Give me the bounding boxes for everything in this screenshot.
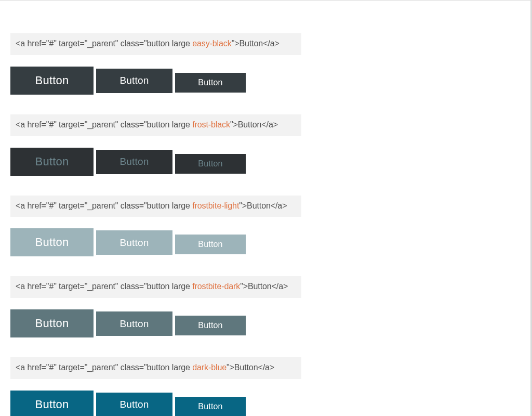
button-label: Button <box>35 398 69 411</box>
button-row-frostbite-light: Button Button Button <box>10 228 301 256</box>
button-label: Button <box>198 240 222 249</box>
button-large-easy-black[interactable]: Button <box>10 67 94 95</box>
content-area: <a href="#" target="_parent" class="butt… <box>0 1 312 416</box>
button-small-frostbite-light[interactable]: Button <box>175 235 246 254</box>
button-medium-frostbite-light[interactable]: Button <box>96 230 172 255</box>
code-prefix: <a href="#" target="_parent" class="butt… <box>16 282 192 291</box>
button-label: Button <box>35 236 69 249</box>
code-prefix: <a href="#" target="_parent" class="butt… <box>16 363 192 372</box>
code-class-name: frostbite-light <box>192 201 239 210</box>
code-snippet-dark-blue: <a href="#" target="_parent" class="butt… <box>10 357 301 379</box>
button-medium-easy-black[interactable]: Button <box>96 69 172 93</box>
button-label: Button <box>35 155 69 168</box>
button-label: Button <box>119 318 149 330</box>
code-class-name: frost-black <box>192 120 230 129</box>
button-label: Button <box>119 156 149 167</box>
code-suffix: ">Button</a> <box>239 201 287 210</box>
button-row-dark-blue: Button Button Button <box>10 391 301 416</box>
button-label: Button <box>119 237 149 249</box>
code-prefix: <a href="#" target="_parent" class="butt… <box>16 201 192 210</box>
code-class-name: dark-blue <box>192 363 227 372</box>
code-suffix: ">Button</a> <box>227 363 274 372</box>
button-medium-dark-blue[interactable]: Button <box>96 393 172 416</box>
button-large-frostbite-dark[interactable]: Button <box>10 309 94 337</box>
code-class-name: frostbite-dark <box>192 282 240 291</box>
button-medium-frost-black[interactable]: Button <box>96 150 172 174</box>
code-snippet-frost-black: <a href="#" target="_parent" class="butt… <box>10 114 301 136</box>
code-prefix: <a href="#" target="_parent" class="butt… <box>16 39 192 48</box>
button-medium-frostbite-dark[interactable]: Button <box>96 311 172 336</box>
button-small-easy-black[interactable]: Button <box>175 73 246 93</box>
button-large-frostbite-light[interactable]: Button <box>10 228 94 256</box>
button-label: Button <box>35 317 69 330</box>
button-label: Button <box>198 402 222 411</box>
button-large-frost-black[interactable]: Button <box>10 148 94 176</box>
code-suffix: ">Button</a> <box>232 39 280 48</box>
button-small-frost-black[interactable]: Button <box>175 154 246 174</box>
code-snippet-frostbite-light: <a href="#" target="_parent" class="butt… <box>10 196 301 217</box>
code-class-name: easy-black <box>192 39 231 48</box>
button-row-easy-black: Button Button Button <box>10 67 301 95</box>
button-label: Button <box>119 75 149 86</box>
button-label: Button <box>198 159 222 168</box>
button-row-frostbite-dark: Button Button Button <box>10 309 301 337</box>
button-label: Button <box>198 321 222 330</box>
button-row-frost-black: Button Button Button <box>10 148 301 176</box>
button-label: Button <box>119 399 149 410</box>
code-suffix: ">Button</a> <box>240 282 288 291</box>
code-snippet-frostbite-dark: <a href="#" target="_parent" class="butt… <box>10 276 301 298</box>
button-label: Button <box>35 74 69 87</box>
button-small-frostbite-dark[interactable]: Button <box>175 316 246 335</box>
code-prefix: <a href="#" target="_parent" class="butt… <box>16 120 192 129</box>
code-snippet-easy-black: <a href="#" target="_parent" class="butt… <box>10 33 301 55</box>
button-large-dark-blue[interactable]: Button <box>10 391 94 416</box>
button-small-dark-blue[interactable]: Button <box>175 397 246 416</box>
button-label: Button <box>198 78 222 87</box>
code-suffix: ">Button</a> <box>230 120 278 129</box>
